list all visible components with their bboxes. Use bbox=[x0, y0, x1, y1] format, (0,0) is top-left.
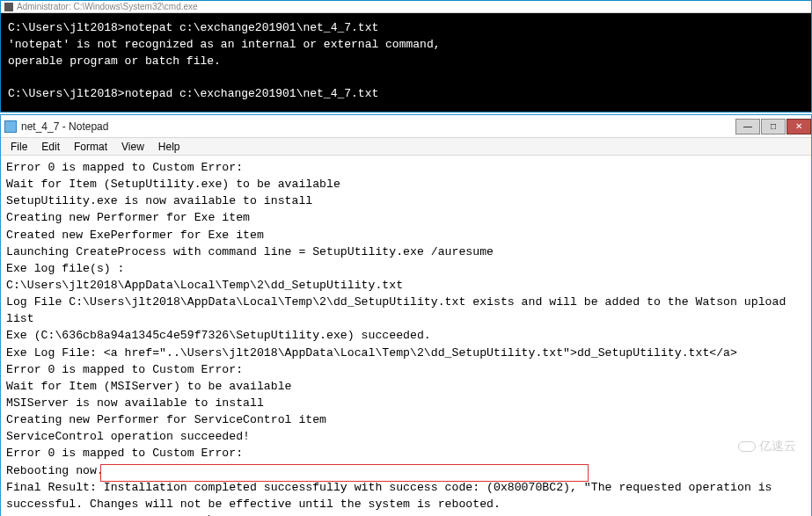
highlight-box bbox=[100, 464, 589, 482]
cmd-command-1: notepat c:\exchange201901\net_4_7.txt bbox=[125, 21, 379, 34]
cmd-error-1: 'notepat' is not recognized as an intern… bbox=[8, 38, 440, 51]
notepad-icon bbox=[4, 120, 17, 133]
cmd-content[interactable]: C:\Users\jlt2018>notepat c:\exchange2019… bbox=[1, 13, 811, 110]
cmd-command-2: notepad c:\exchange201901\net_4_7.txt bbox=[125, 87, 379, 100]
log-line: SetupUtility.exe is now available to ins… bbox=[6, 194, 312, 207]
cmd-window: Administrator: C:\Windows\System32\cmd.e… bbox=[0, 0, 812, 113]
final-result-prefix: Final Result: bbox=[6, 481, 104, 494]
log-line: C:\Users\jlt2018\AppData\Local\Temp\2\dd… bbox=[6, 279, 403, 292]
final-result-highlight: Installation completed successfully with… bbox=[104, 481, 584, 494]
log-line: Exe (C:\636cb8a94a1345c4e59f7326\SetupUt… bbox=[6, 329, 431, 342]
menu-view[interactable]: View bbox=[115, 139, 150, 155]
minimize-button[interactable]: — bbox=[735, 119, 760, 134]
log-line: Rebooting now. bbox=[6, 464, 104, 477]
log-line: Exe log file(s) : bbox=[6, 262, 125, 275]
log-line: Launching CreateProcess with command lin… bbox=[6, 245, 494, 258]
log-line: Error 0 is mapped to Custom Error: bbox=[6, 447, 243, 460]
notepad-text-area[interactable]: Error 0 is mapped to Custom Error: Wait … bbox=[1, 156, 811, 516]
cmd-prompt-1: C:\Users\jlt2018> bbox=[8, 21, 125, 34]
cmd-titlebar: Administrator: C:\Windows\System32\cmd.e… bbox=[1, 1, 811, 13]
window-controls: — □ ✕ bbox=[735, 119, 811, 134]
menu-help[interactable]: Help bbox=[152, 139, 187, 155]
log-line: Error 0 is mapped to Custom Error: bbox=[6, 161, 243, 174]
log-line: Exe Log File: <a href="..\Users\jlt2018\… bbox=[6, 346, 737, 360]
log-line: ServiceControl operation succeeded! bbox=[6, 430, 250, 443]
log-line: Wait for Item (MSIServer) to be availabl… bbox=[6, 380, 291, 393]
menu-format[interactable]: Format bbox=[68, 139, 113, 155]
log-line: Creating new Performer for Exe item bbox=[6, 211, 250, 224]
log-line: Wait for Item (SetupUtility.exe) to be a… bbox=[6, 178, 340, 191]
notepad-titlebar[interactable]: net_4_7 - Notepad — □ ✕ bbox=[1, 115, 811, 138]
notepad-title: net_4_7 - Notepad bbox=[21, 120, 108, 133]
menu-edit[interactable]: Edit bbox=[35, 139, 66, 155]
notepad-menubar: File Edit Format View Help bbox=[1, 138, 811, 156]
notepad-window: net_4_7 - Notepad — □ ✕ File Edit Format… bbox=[0, 114, 812, 516]
cmd-icon bbox=[4, 3, 13, 11]
maximize-button[interactable]: □ bbox=[761, 119, 786, 134]
cmd-error-2: operable program or batch file. bbox=[8, 55, 221, 68]
menu-file[interactable]: File bbox=[4, 139, 33, 155]
log-line: Created new ExePerformer for Exe item bbox=[6, 229, 264, 242]
cmd-prompt-2: C:\Users\jlt2018> bbox=[8, 87, 125, 100]
log-line: Log File C:\Users\jlt2018\AppData\Local\… bbox=[6, 295, 793, 325]
log-line: Error 0 is mapped to Custom Error: bbox=[6, 363, 243, 376]
cmd-title: Administrator: C:\Windows\System32\cmd.e… bbox=[17, 2, 198, 11]
close-button[interactable]: ✕ bbox=[786, 119, 811, 134]
log-line: MSIServer is now available to install bbox=[6, 396, 264, 410]
log-line: Creating new Performer for ServiceContro… bbox=[6, 413, 326, 426]
